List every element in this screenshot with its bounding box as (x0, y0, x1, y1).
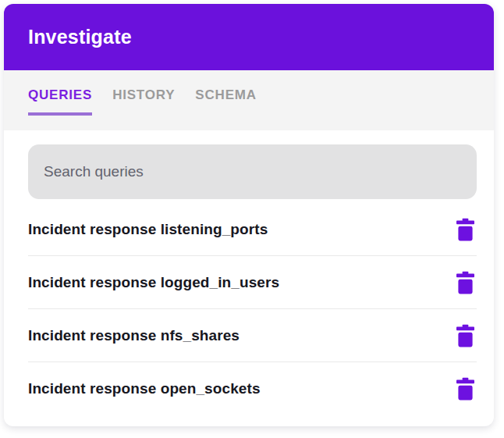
query-row-open-sockets[interactable]: Incident response open_sockets (28, 362, 477, 415)
tab-bar: QUERIES HISTORY SCHEMA (4, 70, 494, 130)
query-row-nfs-shares[interactable]: Incident response nfs_shares (28, 309, 477, 362)
delete-query-button[interactable] (454, 269, 477, 296)
trash-icon (456, 271, 474, 294)
query-list: Incident response listening_ports Incide… (28, 203, 477, 415)
delete-query-button[interactable] (454, 322, 477, 349)
query-row-listening-ports[interactable]: Incident response listening_ports (28, 203, 477, 256)
query-row-logged-in-users[interactable]: Incident response logged_in_users (28, 256, 477, 309)
query-name: Incident response nfs_shares (28, 327, 240, 344)
tab-history[interactable]: HISTORY (112, 87, 175, 116)
panel-header: Investigate (4, 4, 494, 70)
query-name: Incident response logged_in_users (28, 274, 279, 291)
delete-query-button[interactable] (454, 376, 477, 402)
query-name: Incident response listening_ports (28, 221, 268, 238)
investigate-panel: Investigate QUERIES HISTORY SCHEMA Incid… (4, 4, 494, 426)
search-input[interactable] (28, 144, 477, 199)
trash-icon (456, 218, 474, 241)
page-title: Investigate (28, 26, 132, 48)
delete-query-button[interactable] (454, 216, 477, 243)
queries-panel: Incident response listening_ports Incide… (4, 130, 494, 426)
tab-queries[interactable]: QUERIES (28, 87, 92, 116)
trash-icon (456, 324, 474, 347)
tab-schema[interactable]: SCHEMA (195, 87, 256, 116)
query-name: Incident response open_sockets (28, 380, 261, 397)
trash-icon (456, 377, 474, 401)
